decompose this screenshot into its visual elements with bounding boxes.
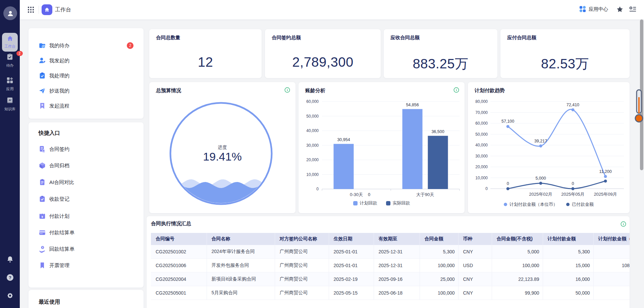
column-header: 有效期至 — [374, 233, 420, 245]
svg-text:57,100: 57,100 — [501, 119, 514, 124]
legend-item[interactable]: 已付款金额 — [566, 201, 594, 207]
table-cell: 15,000 — [543, 259, 593, 272]
table-cell: 16,000 — [543, 272, 593, 286]
stat-value: 2,789,300 — [265, 55, 381, 70]
avatar[interactable] — [3, 6, 17, 20]
svg-text:大于90天: 大于90天 — [416, 192, 434, 197]
topbar: 工作台 应用中心 — [20, 0, 644, 19]
quick-item-receipt-register[interactable]: 收款登记 — [29, 193, 144, 205]
svg-text:11,200: 11,200 — [599, 169, 611, 174]
info-icon[interactable]: i — [284, 87, 290, 93]
info-icon[interactable]: i — [621, 221, 626, 227]
app-center-button[interactable]: 应用中心 — [579, 6, 608, 12]
table-cell: 5月采购合同 — [207, 286, 275, 300]
quick-item-contract-archive[interactable]: 合同归档 — [29, 160, 144, 172]
gear-icon — [6, 292, 14, 300]
card-title: 计划付款趋势 — [475, 87, 505, 94]
sidebar-item-cc-me[interactable]: 抄送我的 — [29, 85, 144, 97]
workbench-home-chip[interactable] — [42, 4, 52, 15]
account-settings-icon[interactable] — [629, 6, 637, 13]
legend-item[interactable]: 计划回款 — [353, 200, 377, 206]
stat-title: 合同总数量 — [156, 35, 180, 41]
quick-item-payment-statement[interactable]: 付款结算单 — [29, 227, 144, 239]
table-cell: 2025-01-01 — [329, 245, 374, 259]
sidebar-item-my-processed[interactable]: 我处理的 — [29, 70, 144, 82]
aging-analysis-card: 账龄分析 i 010,00020,00030,00040,00050,00060… — [299, 82, 465, 213]
help-icon: ? — [6, 273, 14, 282]
svg-text:i: i — [456, 88, 457, 92]
table-row[interactable]: CG2025010022024年审计服务合同广州商贸公司2025-01-0120… — [151, 245, 630, 259]
card-title: 账龄分析 — [305, 87, 325, 94]
table-cell: 100,000 — [492, 259, 543, 272]
app-center-icon — [579, 6, 586, 12]
svg-text:10,000: 10,000 — [306, 172, 319, 177]
table-row[interactable]: CG202501006开发外包服务合同广州商贸公司2025-01-012025-… — [151, 259, 630, 272]
stat-card-signed-total: 合同签约总额 2,789,300 — [265, 29, 381, 78]
gauge-label: 进度 — [149, 144, 296, 150]
table-row[interactable]: CG202502004新项目it设备采购合同广州商贸公司2025-02-1920… — [151, 272, 630, 286]
todo-clipboard-icon — [6, 53, 14, 61]
stat-card-contract-count: 合同总数量 12 — [149, 29, 262, 78]
table-cell: 25,000 — [420, 272, 458, 286]
quick-item-label: 收款登记 — [49, 196, 69, 202]
table-cell: 2025-12-31 — [374, 259, 420, 272]
svg-text:0: 0 — [572, 181, 574, 186]
svg-text:i: i — [623, 222, 624, 226]
legend-item[interactable]: 计划付款金额（本位币） — [504, 201, 557, 207]
table-cell: CNY — [458, 245, 492, 259]
page-title: 工作台 — [55, 6, 71, 13]
apps-grid-icon — [6, 76, 14, 84]
table-cell: 广州商贸公司 — [275, 259, 329, 272]
quick-item-invoice-management[interactable]: 开票管理 — [29, 259, 144, 271]
quick-item-label: 付款结算单 — [49, 230, 74, 236]
stat-value: 82.53万 — [500, 55, 630, 73]
contract-sign-icon — [39, 145, 46, 153]
recent-used-card: 最近使用 — [29, 290, 144, 308]
quick-item-label: 合同签约 — [49, 146, 69, 152]
legend-item[interactable]: 实际回款 — [386, 200, 410, 206]
table-cell: 99,900 — [492, 286, 543, 300]
column-header: 合同金额 — [420, 233, 458, 245]
quick-item-label: 付款计划 — [49, 213, 69, 220]
svg-text:2025年02月: 2025年02月 — [529, 192, 552, 197]
stat-card-payable-total: 应付合同总额 82.53万 — [500, 29, 630, 78]
quick-item-contract-sign[interactable]: 合同签约 — [29, 143, 144, 155]
rail-item-apps[interactable]: 应用 — [0, 76, 20, 91]
svg-text:0-30天: 0-30天 — [350, 192, 363, 197]
quick-item-payment-plan[interactable]: ¥ 付款计划 — [29, 210, 144, 222]
sidebar-item-label: 发起流程 — [49, 103, 69, 109]
rail-item-workbench[interactable]: 工作台 — [2, 33, 18, 52]
table-cell: 广州商贸公司 — [275, 286, 329, 300]
quick-item-collection-statement[interactable]: ¥ 回款结算单 — [29, 243, 144, 255]
table-cell: 开发外包服务合同 — [207, 259, 275, 272]
table-cell: CG202502004 — [151, 272, 207, 286]
svg-text:30,954: 30,954 — [337, 137, 350, 142]
sidebar-item-my-todo[interactable]: 我的待办 2 — [29, 40, 144, 52]
ai-book-icon: AI — [6, 97, 14, 104]
quick-item-ai-contract-compare[interactable]: AI合同对比 — [29, 176, 144, 188]
svg-text:2025年05月: 2025年05月 — [561, 192, 584, 197]
my-initiated-icon — [39, 57, 46, 64]
home-icon — [7, 35, 13, 42]
help-button[interactable]: ? — [0, 273, 20, 283]
info-icon[interactable]: i — [453, 87, 459, 93]
grid-menu-icon[interactable] — [28, 6, 34, 13]
favorites-star-icon[interactable] — [616, 6, 624, 13]
payment-trend-line-chart: 010,00020,00030,00040,00050,00060,00070,… — [468, 82, 630, 199]
rail-item-todo[interactable]: 2 待办 — [0, 53, 20, 68]
user-icon — [6, 9, 14, 17]
sidebar-item-my-initiated[interactable]: 我发起的 — [29, 55, 144, 67]
sidebar-item-label: 我的待办 — [49, 43, 69, 49]
rail-item-knowledge[interactable]: AI 知识库 — [0, 97, 20, 112]
svg-text:40,000: 40,000 — [475, 143, 488, 147]
start-flow-icon — [39, 102, 46, 110]
stat-value: 883.25万 — [384, 55, 497, 73]
svg-text:0: 0 — [485, 186, 488, 191]
settings-button[interactable] — [0, 292, 20, 301]
notifications-button[interactable] — [0, 255, 20, 265]
table-cell: CNY — [458, 272, 492, 286]
table-row[interactable]: CG2025050015月采购合同广州商贸公司2025-05-152025-06… — [151, 286, 630, 300]
table-cell: 2025-05-15 — [329, 286, 374, 300]
svg-text:?: ? — [9, 275, 11, 280]
sidebar-item-start-flow[interactable]: 发起流程 — [29, 100, 144, 112]
